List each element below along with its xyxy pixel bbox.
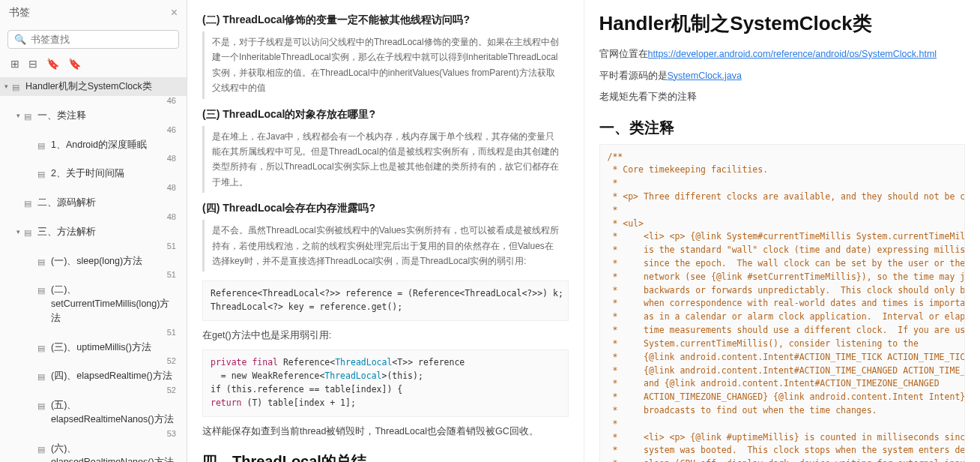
search-box[interactable]: 🔍 — [7, 30, 179, 49]
bookmark-page: 51 — [0, 270, 187, 280]
search-input[interactable] — [31, 34, 172, 45]
search-icon: 🔍 — [14, 34, 26, 45]
bookmark-item[interactable]: ▤(五)、elapsedRealtimeNanos()方法 — [0, 396, 187, 429]
bookmark-page: 48 — [0, 212, 187, 223]
sidebar-toolbar: ⊞ ⊟ 🔖 🔖 — [0, 53, 187, 74]
heading-q3: (三) ThreadLocal的对象存放在哪里? — [202, 108, 569, 122]
bookmark-item[interactable]: ▤(一)、sleep(long)方法 — [0, 252, 187, 271]
heading-class-comment: 一、类注释 — [599, 118, 966, 138]
expand-icon[interactable]: ⊞ — [10, 58, 19, 70]
bookmark-list[interactable]: ▾▤Handler机制之SystemClock类46▾▤一、类注释46▤1、An… — [0, 74, 187, 462]
quote-3: 是在堆上，在Java中，线程都会有一个栈内存，栈内存属于单个线程，其存储的变量只… — [202, 126, 569, 194]
bookmark-page: 53 — [0, 429, 187, 440]
bookmark-item[interactable]: ▤二、源码解析 — [0, 194, 187, 212]
bookmarks-sidebar: 书签 × 🔍 ⊞ ⊟ 🔖 🔖 ▾▤Handler机制之SystemClock类4… — [0, 0, 187, 462]
bookmark-icon[interactable]: 🔖 — [46, 58, 59, 70]
para-get: 在get()方法中也是采用弱引用: — [202, 327, 569, 344]
close-icon[interactable]: × — [171, 6, 178, 20]
bookmark-page: 51 — [0, 242, 187, 252]
quote-4: 是不会。虽然ThreadLocal实例被线程中的Values实例所持有，也可以被… — [202, 220, 569, 272]
page-title: Handler机制之SystemClock类 — [599, 10, 966, 37]
code-reference: Reference<ThreadLocal<?>> reference = (R… — [202, 280, 569, 321]
bookmark-item[interactable]: ▤(三)、uptimeMillis()方法 — [0, 338, 187, 357]
bookmark-page: 48 — [0, 154, 187, 164]
link-source[interactable]: SystemClock.java — [668, 70, 742, 81]
page-left[interactable]: (二) ThreadLocal修饰的变量一定不能被其他线程访问吗? 不是，对于子… — [187, 0, 584, 462]
bookmark-item[interactable]: ▾▤一、类注释 — [0, 106, 187, 125]
bookmark-alt-icon[interactable]: 🔖 — [68, 58, 81, 70]
code-weakref: private final Reference<ThreadLocal<T>> … — [202, 350, 569, 416]
bookmark-item[interactable]: ▤2、关于时间间隔 — [0, 164, 187, 183]
heading-q2: (二) ThreadLocal修饰的变量一定不能被其他线程访问吗? — [202, 14, 569, 27]
bookmark-page: 48 — [0, 183, 187, 194]
quote-2: 不是，对于子线程是可以访问父线程中的ThreadLocal修饰的变量的。如果在主… — [202, 32, 569, 99]
bookmark-item[interactable]: ▤(六)、elapsedRealtimeNanos()方法 — [0, 440, 187, 463]
sidebar-header: 书签 × — [0, 0, 187, 26]
para-loc2: 平时看源码的是SystemClock.java — [599, 68, 966, 85]
sidebar-title: 书签 — [9, 6, 30, 20]
bookmark-page: 51 — [0, 328, 187, 338]
bookmark-item[interactable]: ▤1、Android的深度睡眠 — [0, 136, 187, 154]
bookmark-page: 52 — [0, 386, 187, 396]
bookmark-page: 52 — [0, 356, 187, 367]
page-right[interactable]: Handler机制之SystemClock类 官网位置在https://deve… — [584, 0, 981, 462]
bookmark-page: 46 — [0, 125, 187, 136]
bookmark-item[interactable]: ▤(四)、elapsedRealtime()方法 — [0, 367, 187, 386]
app-root: 书签 × 🔍 ⊞ ⊟ 🔖 🔖 ▾▤Handler机制之SystemClock类4… — [0, 0, 980, 462]
bookmark-page: 46 — [0, 96, 187, 106]
search-wrap: 🔍 — [0, 26, 187, 53]
collapse-icon[interactable]: ⊟ — [28, 58, 37, 70]
content-area: (二) ThreadLocal修饰的变量一定不能被其他线程访问吗? 不是，对于子… — [187, 0, 980, 462]
code-class-comment: /** * Core timekeeping facilities. * * <… — [599, 144, 966, 463]
heading-q4: (四) ThreadLocal会存在内存泄露吗? — [202, 202, 569, 215]
bookmark-item[interactable]: ▤(二)、setCurrentTimeMillis(long)方法 — [0, 280, 187, 327]
bookmark-item[interactable]: ▾▤三、方法解析 — [0, 223, 187, 242]
para-weak: 这样能保存如查到当前thread被销毁时，ThreadLocal也会随着销毁被G… — [202, 423, 569, 440]
link-official[interactable]: https://developer.android.com/reference/… — [648, 49, 937, 59]
para-loc1: 官网位置在https://developer.android.com/refer… — [599, 46, 966, 63]
bookmark-item[interactable]: ▾▤Handler机制之SystemClock类 — [0, 77, 187, 96]
para-rule: 老规矩先看下类的注释 — [599, 88, 966, 106]
heading-summary: 四、ThreadLocal的总结 — [202, 452, 569, 462]
